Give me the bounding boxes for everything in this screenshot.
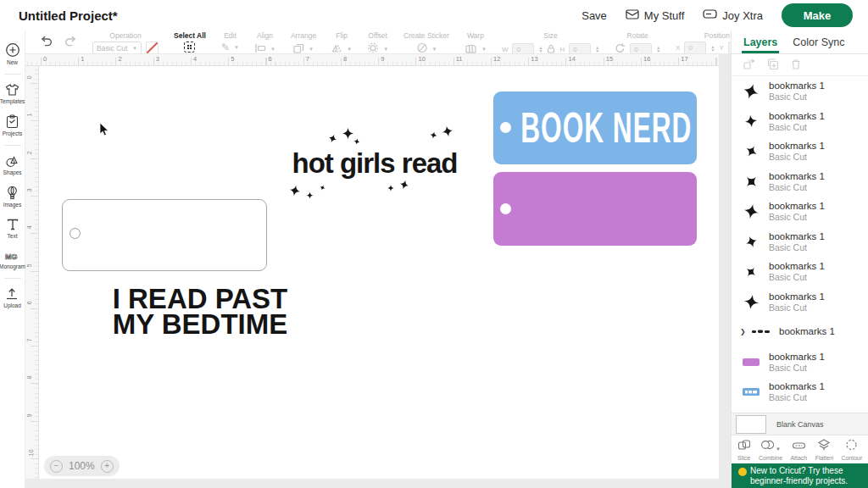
height-stepper[interactable]: ▲▼ bbox=[595, 46, 599, 53]
blank-canvas-row[interactable]: Blank Canvas bbox=[732, 413, 868, 435]
layer-row[interactable]: bookmarks 1Basic Cut bbox=[732, 347, 868, 378]
sidebar-item-upload[interactable]: Upload bbox=[3, 287, 21, 308]
create-sticker-label: Create Sticker bbox=[403, 32, 449, 40]
align-dropdown[interactable]: ▼ bbox=[254, 42, 275, 54]
expand-chevron-icon[interactable]: ❯ bbox=[740, 328, 748, 336]
redo-icon[interactable] bbox=[64, 35, 77, 50]
edit-dropdown[interactable]: ✎ ▼ bbox=[221, 42, 239, 53]
layer-row[interactable]: ❯bookmarks 1 bbox=[732, 317, 868, 347]
beginner-projects-banner[interactable]: New to Cricut? Try these beginner-friend… bbox=[732, 463, 868, 488]
width-label: W bbox=[502, 46, 509, 53]
sidebar-item-templates[interactable]: Templates bbox=[0, 83, 25, 104]
machine-icon bbox=[703, 8, 717, 22]
sidebar-item-projects[interactable]: Projects bbox=[3, 114, 22, 136]
design-canvas[interactable]: 0123456789101112131415161718 01234567891… bbox=[25, 54, 731, 488]
purple-bookmark[interactable] bbox=[493, 172, 697, 246]
operation-dropdown[interactable]: Basic Cut▼ bbox=[92, 42, 142, 54]
width-stepper[interactable]: ▲▼ bbox=[538, 46, 542, 53]
book-nerd-bookmark[interactable]: BOOK NERD bbox=[493, 92, 697, 164]
h-ruler-tick: 0 bbox=[43, 55, 47, 63]
contour-tool-button[interactable]: Contour bbox=[841, 439, 862, 461]
h-ruler-tick: 2 bbox=[119, 55, 122, 63]
layers-list: bookmarks 1Basic Cutbookmarks 1Basic Cut… bbox=[732, 76, 868, 413]
sidebar-divider bbox=[4, 278, 21, 279]
resize-layers-icon[interactable] bbox=[743, 58, 755, 73]
hot-girls-read-design[interactable]: hot girls read bbox=[286, 136, 464, 207]
images-icon bbox=[6, 186, 19, 200]
flip-icon bbox=[331, 42, 342, 54]
edit-label: Edit bbox=[224, 32, 236, 40]
duplicate-icon[interactable] bbox=[767, 58, 779, 73]
my-stuff-button[interactable]: My Stuff bbox=[626, 8, 684, 23]
make-button[interactable]: Make bbox=[782, 3, 853, 27]
slice-tool-button[interactable]: Slice bbox=[737, 439, 751, 461]
layer-row[interactable]: bookmarks 1Basic Cut bbox=[732, 167, 868, 197]
flatten-tool-button[interactable]: Flatten bbox=[815, 439, 833, 461]
h-ruler-tick: 15 bbox=[606, 55, 613, 63]
tab-color-sync[interactable]: Color Sync bbox=[793, 30, 844, 53]
zoom-in-button[interactable]: + bbox=[101, 460, 114, 473]
save-button[interactable]: Save bbox=[581, 9, 607, 22]
layer-row[interactable]: bookmarks 1Basic Cut bbox=[732, 377, 868, 408]
h-ruler-tick: 6 bbox=[269, 55, 272, 63]
flip-dropdown[interactable]: ▼ bbox=[331, 42, 352, 54]
width-input[interactable]: 0 bbox=[512, 43, 534, 55]
attach-tool-button[interactable]: Attach bbox=[790, 439, 807, 461]
layer-thumbnail-icon bbox=[740, 83, 762, 100]
arrange-icon bbox=[293, 42, 304, 54]
layer-row[interactable]: bookmarks 1Basic Cut bbox=[732, 227, 868, 258]
sidebar-item-monogram[interactable]: MGMonogram bbox=[0, 249, 25, 269]
bedtime-text-design[interactable]: I READ PAST MY BEDTIME bbox=[85, 286, 315, 337]
sidebar-item-shapes[interactable]: Shapes bbox=[3, 154, 21, 175]
envelope-icon bbox=[626, 8, 639, 23]
sidebar-item-new[interactable]: New bbox=[5, 42, 20, 65]
h-ruler-tick: 17 bbox=[681, 55, 687, 63]
offset-dropdown[interactable]: ▼ bbox=[367, 42, 388, 54]
mouse-cursor bbox=[99, 122, 109, 141]
layer-row[interactable]: bookmarks 1Basic Cut bbox=[732, 107, 868, 137]
warp-dropdown[interactable]: ▼ bbox=[465, 42, 487, 54]
zoom-out-button[interactable]: − bbox=[50, 460, 63, 473]
blank-bookmark[interactable] bbox=[62, 199, 267, 271]
undo-icon[interactable] bbox=[40, 35, 53, 50]
arrange-dropdown[interactable]: ▼ bbox=[293, 42, 314, 54]
combine-tool-button[interactable]: ▼Combine bbox=[759, 439, 782, 461]
h-ruler-tick: 7 bbox=[306, 55, 309, 63]
bookmark-hole bbox=[500, 122, 511, 133]
select-all-icon[interactable] bbox=[184, 42, 195, 53]
warp-label: Warp bbox=[467, 32, 484, 40]
sidebar-item-text[interactable]: Text bbox=[6, 218, 19, 239]
h-ruler-tick: 13 bbox=[531, 55, 537, 63]
canvas-right-gutter bbox=[719, 54, 731, 488]
left-sidebar: NewTemplatesProjectsShapesImagesTextMGMo… bbox=[0, 30, 25, 488]
h-ruler-tick: 16 bbox=[643, 55, 650, 63]
layer-thumbnail-icon bbox=[740, 358, 762, 367]
vertical-ruler: 012345678910 bbox=[25, 66, 39, 479]
x-input[interactable]: 0 bbox=[684, 42, 706, 54]
joy-xtra-button[interactable]: Joy Xtra bbox=[703, 8, 763, 22]
create-sticker-dropdown[interactable]: ▼ bbox=[416, 42, 437, 54]
blank-canvas-thumbnail bbox=[736, 415, 766, 434]
layer-row[interactable]: bookmarks 1Basic Cut bbox=[732, 197, 868, 227]
height-input[interactable]: 0 bbox=[569, 43, 591, 55]
h-ruler-tick: 12 bbox=[493, 55, 500, 63]
canvas-bottom-gutter bbox=[25, 479, 719, 488]
sidebar-item-images[interactable]: Images bbox=[3, 186, 21, 208]
rotate-input[interactable]: 0 bbox=[630, 43, 652, 55]
color-swatch[interactable] bbox=[146, 42, 159, 54]
x-stepper[interactable]: ▲▼ bbox=[710, 45, 715, 52]
tab-layers[interactable]: Layers bbox=[743, 30, 777, 53]
layer-row[interactable]: bookmarks 1Basic Cut bbox=[732, 287, 868, 318]
banner-text: New to Cricut? Try these beginner-friend… bbox=[750, 466, 861, 486]
layer-row[interactable]: bookmarks 1Basic Cut bbox=[732, 136, 868, 167]
h-ruler-tick: 8 bbox=[343, 55, 347, 63]
bookmark-hole bbox=[70, 228, 81, 239]
delete-icon[interactable] bbox=[791, 58, 801, 73]
lock-icon[interactable] bbox=[547, 42, 555, 54]
h-ruler-tick: 4 bbox=[193, 55, 197, 63]
v-ruler-tick: 0 bbox=[25, 75, 33, 79]
rotate-stepper[interactable]: ▲▼ bbox=[656, 46, 660, 53]
bookmark-hole bbox=[500, 203, 511, 214]
layer-row[interactable]: bookmarks 1Basic Cut bbox=[732, 76, 868, 107]
layer-row[interactable]: bookmarks 1Basic Cut bbox=[732, 257, 868, 287]
